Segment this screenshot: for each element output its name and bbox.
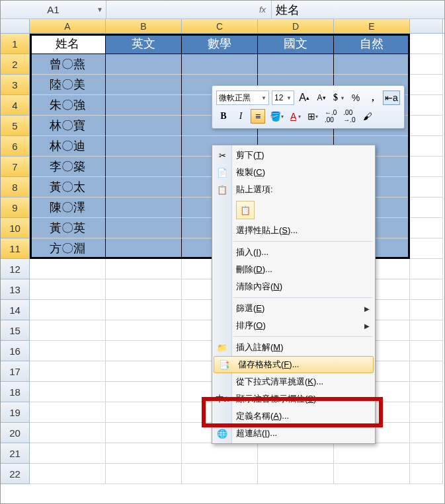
shrink-font-button[interactable]: A▾ (314, 90, 329, 105)
row-header-4[interactable]: 4 (1, 95, 30, 116)
cell[interactable] (106, 300, 182, 320)
cell[interactable]: 數學 (182, 34, 258, 54)
cell[interactable] (30, 300, 106, 320)
row-header-18[interactable]: 18 (1, 382, 30, 402)
cell[interactable] (258, 464, 334, 484)
row-header-11[interactable]: 11 (1, 238, 30, 259)
comma-button[interactable]: , (366, 90, 380, 105)
decrease-indent-icon[interactable]: ⇤a (383, 90, 400, 105)
cell[interactable] (106, 423, 182, 443)
cell[interactable] (258, 443, 334, 464)
font-size-selector[interactable]: 12 ▼ (272, 90, 294, 105)
cell[interactable] (30, 423, 106, 443)
ctx-paste-special[interactable]: 選擇性貼上(S)... (212, 222, 375, 239)
cell[interactable]: 林〇寶 (30, 116, 106, 136)
cell[interactable] (182, 464, 258, 484)
border-button[interactable]: ⊞▾ (305, 109, 320, 124)
cell[interactable] (182, 443, 258, 464)
font-selector[interactable]: 微軟正黑 ▼ (216, 90, 269, 105)
ctx-insert[interactable]: 插入(I)... (212, 244, 375, 261)
cell[interactable] (410, 341, 443, 361)
row-header-12[interactable]: 12 (1, 259, 30, 279)
row-header-9[interactable]: 9 (1, 198, 30, 218)
col-header-A[interactable]: A (30, 19, 106, 33)
cell[interactable] (106, 443, 182, 464)
ctx-copy[interactable]: 📄 複製(C) (212, 164, 375, 181)
currency-button[interactable]: $▾ (331, 90, 346, 105)
cell[interactable] (410, 443, 443, 464)
ctx-pick-from-dropdown[interactable]: 從下拉式清單挑選(K)... (212, 373, 375, 390)
row-header-8[interactable]: 8 (1, 177, 30, 198)
cell[interactable] (410, 402, 443, 423)
cell[interactable]: 方〇淵 (30, 238, 106, 259)
cell[interactable]: 曾〇燕 (30, 54, 106, 75)
cell[interactable]: 自然 (334, 34, 410, 54)
cell[interactable] (334, 464, 410, 484)
percent-button[interactable]: % (348, 90, 363, 105)
col-header-E[interactable]: E (334, 19, 410, 33)
cell[interactable] (410, 198, 443, 218)
cell[interactable] (410, 382, 443, 402)
grow-font-button[interactable]: A▴ (297, 90, 311, 105)
cell[interactable]: 姓名 (30, 34, 106, 54)
cell[interactable] (410, 320, 443, 341)
cell[interactable] (106, 218, 182, 238)
cell[interactable] (410, 279, 443, 300)
cell[interactable] (410, 423, 443, 443)
name-box[interactable]: A1 ▼ (1, 1, 106, 18)
cell[interactable] (410, 157, 443, 177)
cell[interactable] (30, 382, 106, 402)
cell[interactable] (410, 116, 443, 136)
row-header-13[interactable]: 13 (1, 279, 30, 300)
cell[interactable] (258, 54, 334, 75)
cell[interactable] (106, 464, 182, 484)
cell[interactable] (410, 361, 443, 382)
row-header-1[interactable]: 1 (1, 34, 30, 54)
ctx-clear[interactable]: 清除內容(N) (212, 278, 375, 295)
row-header-19[interactable]: 19 (1, 402, 30, 423)
ctx-define-name[interactable]: 定義名稱(A)... (212, 408, 375, 425)
row-header-14[interactable]: 14 (1, 300, 30, 320)
col-header-B[interactable]: B (106, 19, 182, 33)
fx-button[interactable]: fx (106, 1, 272, 18)
ctx-hyperlink[interactable]: 🌐 超連結(I)... (212, 425, 375, 442)
cell[interactable] (30, 279, 106, 300)
cell[interactable] (410, 177, 443, 198)
row-header-17[interactable]: 17 (1, 361, 30, 382)
cell[interactable]: 英文 (106, 34, 182, 54)
paste-option-button[interactable]: 📋 (236, 201, 255, 219)
cell[interactable] (410, 95, 443, 116)
select-all-corner[interactable] (1, 19, 30, 33)
decrease-decimal-button[interactable]: .00→.0 (341, 109, 357, 124)
italic-button[interactable]: I (233, 109, 248, 124)
col-header-F[interactable] (410, 19, 443, 33)
ctx-delete[interactable]: 刪除(D)... (212, 261, 375, 278)
cell[interactable]: 黃〇英 (30, 218, 106, 238)
cell[interactable] (106, 341, 182, 361)
cell[interactable] (334, 443, 410, 464)
cell[interactable] (30, 320, 106, 341)
ctx-format-cells[interactable]: 📑 儲存格格式(F)... (214, 356, 374, 373)
cell[interactable] (410, 75, 443, 95)
cell[interactable]: 林〇迪 (30, 136, 106, 157)
cell[interactable] (410, 464, 443, 484)
cell[interactable] (106, 320, 182, 341)
col-header-D[interactable]: D (258, 19, 334, 33)
cell[interactable] (410, 238, 443, 259)
ctx-insert-comment[interactable]: 📁 插入註解(M) (212, 339, 375, 356)
row-header-16[interactable]: 16 (1, 341, 30, 361)
font-color-button[interactable]: A▾ (288, 109, 303, 124)
row-header-15[interactable]: 15 (1, 320, 30, 341)
row-header-3[interactable]: 3 (1, 75, 30, 95)
row-header-21[interactable]: 21 (1, 443, 30, 464)
cell[interactable] (182, 54, 258, 75)
cell[interactable] (106, 116, 182, 136)
row-header-2[interactable]: 2 (1, 54, 30, 75)
increase-decimal-button[interactable]: ←.0.00 (323, 109, 339, 124)
cell[interactable] (30, 259, 106, 279)
cell[interactable] (30, 361, 106, 382)
cell[interactable] (106, 136, 182, 157)
cell[interactable] (334, 54, 410, 75)
cell[interactable]: 陸〇美 (30, 75, 106, 95)
cell[interactable] (410, 218, 443, 238)
